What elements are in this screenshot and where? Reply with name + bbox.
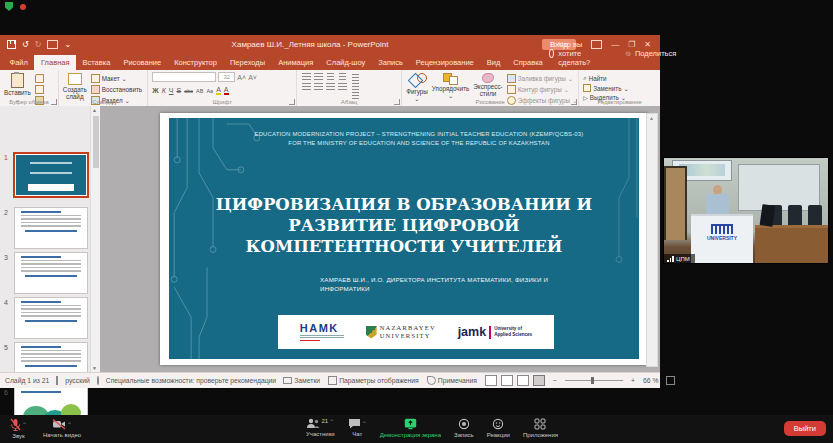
redo-icon[interactable]: ↻ xyxy=(35,40,42,49)
replace-button[interactable]: Заменить⌄ xyxy=(583,84,629,92)
align-right-icon[interactable] xyxy=(326,83,335,90)
bold-button[interactable]: Ж xyxy=(152,87,158,94)
tell-me-box[interactable]: Что вы хотите сделать? xyxy=(558,40,594,67)
audio-button[interactable]: ⌃ Звук xyxy=(10,418,27,439)
decrease-font-icon[interactable]: А˅ xyxy=(248,74,257,81)
tab-insert[interactable]: Вставка xyxy=(76,55,117,70)
thumbnails-scrollbar[interactable]: ▲ ▼ xyxy=(90,106,100,372)
slideshow-view-icon[interactable] xyxy=(533,375,545,386)
highlight-button[interactable]: А xyxy=(216,86,221,95)
slide-thumbnail-1[interactable] xyxy=(13,152,89,198)
customize-quick-access-icon[interactable]: ⌄ xyxy=(64,40,71,49)
tab-record[interactable]: Запись xyxy=(372,55,410,70)
underline-button[interactable]: Ч xyxy=(169,87,174,94)
speaker-video-feed[interactable]: UNIVERSITY ЦПМ xyxy=(663,157,829,264)
language-indicator[interactable]: русский xyxy=(65,377,89,384)
fit-to-window-icon[interactable] xyxy=(666,376,675,385)
participants-icon xyxy=(306,418,320,429)
meeting-security-shield-icon[interactable] xyxy=(5,2,13,11)
slide-thumbnail-4[interactable] xyxy=(14,297,88,339)
apps-grid-icon xyxy=(534,418,546,430)
status-bar: Слайд 1 из 21 русский Специальные возмож… xyxy=(0,372,660,388)
apps-button[interactable]: Приложения xyxy=(523,418,558,438)
arrange-button[interactable]: Упорядочить⌄ xyxy=(432,72,469,99)
tab-design[interactable]: Конструктор xyxy=(168,55,224,70)
paragraph-dialog-launcher[interactable] xyxy=(394,99,400,105)
shape-fill-button[interactable]: Заливка фигуры⌄ xyxy=(507,74,578,83)
chat-button[interactable]: ⌃ Чат xyxy=(348,418,367,438)
zoom-slider-thumb[interactable] xyxy=(591,377,594,384)
share-screen-button[interactable]: Демонстрация экрана xyxy=(380,418,441,438)
save-icon[interactable] xyxy=(7,40,16,49)
italic-button[interactable]: К xyxy=(162,87,166,94)
notes-button[interactable]: Заметки xyxy=(283,377,320,384)
scroll-down-icon[interactable]: ▼ xyxy=(92,365,97,371)
spellcheck-icon[interactable] xyxy=(56,376,58,385)
layout-button[interactable]: Макет⌄ xyxy=(91,74,142,83)
tab-animations[interactable]: Анимация xyxy=(272,55,320,70)
font-dialog-launcher[interactable] xyxy=(289,99,295,105)
change-case-button[interactable]: Аа xyxy=(206,88,213,94)
font-color-button[interactable]: А xyxy=(224,86,229,95)
start-slideshow-icon[interactable] xyxy=(47,40,58,49)
reactions-button[interactable]: Реакции xyxy=(487,418,510,438)
strikethrough-button[interactable]: S xyxy=(177,87,182,94)
decrease-indent-icon[interactable] xyxy=(327,73,334,80)
zoom-in-button[interactable]: + xyxy=(631,377,635,384)
smartart-icon[interactable] xyxy=(352,92,359,99)
text-direction-icon[interactable] xyxy=(352,74,359,81)
share-button[interactable]: Поделиться xyxy=(635,49,676,58)
video-button[interactable]: ⌃ Начать видео xyxy=(43,418,81,439)
char-spacing-button[interactable]: АВ xyxy=(196,88,203,94)
normal-view-icon[interactable] xyxy=(485,375,497,386)
numbering-icon[interactable] xyxy=(314,73,323,80)
reset-button[interactable]: Восстановить xyxy=(91,85,142,94)
tab-slideshow[interactable]: Слайд-шоу xyxy=(320,55,372,70)
cut-icon[interactable] xyxy=(35,74,44,83)
tab-file[interactable]: Файл xyxy=(3,55,34,70)
align-text-icon[interactable] xyxy=(352,83,359,90)
increase-indent-icon[interactable] xyxy=(339,73,346,80)
record-button[interactable]: Запись xyxy=(454,418,474,438)
tab-help[interactable]: Справка xyxy=(507,55,549,70)
drawing-dialog-launcher[interactable] xyxy=(571,99,577,105)
align-left-icon[interactable] xyxy=(302,83,311,90)
current-slide[interactable]: EDUCATION MODERNIZATION PROJECT – STRENG… xyxy=(160,113,648,365)
font-name-input[interactable] xyxy=(152,72,216,82)
participants-button[interactable]: 21 ⌃ Участники xyxy=(306,418,335,438)
slide-sorter-view-icon[interactable] xyxy=(501,375,513,386)
new-slide-icon xyxy=(68,73,82,85)
comments-button[interactable]: Примечания xyxy=(427,376,477,385)
font-size-input[interactable]: 32 xyxy=(218,72,235,82)
tab-transitions[interactable]: Переходы xyxy=(223,55,271,70)
tab-view[interactable]: Вид xyxy=(480,55,507,70)
clear-strike-icon[interactable]: abc xyxy=(184,88,193,94)
clipboard-dialog-launcher[interactable] xyxy=(51,99,57,105)
reading-view-icon[interactable] xyxy=(517,375,529,386)
scroll-up-icon[interactable]: ▲ xyxy=(92,107,97,113)
quick-styles-button[interactable]: Экспресс-стили xyxy=(473,72,502,97)
display-settings-button[interactable]: Параметры отображения xyxy=(328,376,419,385)
align-center-icon[interactable] xyxy=(314,83,323,90)
undo-icon[interactable]: ↺ xyxy=(22,40,29,49)
copy-icon[interactable] xyxy=(35,85,44,94)
increase-font-icon[interactable]: А˄ xyxy=(237,74,246,81)
slide-scroll-up-icon[interactable]: ▲ xyxy=(649,115,654,121)
slide-scrollbar[interactable]: ▲ xyxy=(646,113,658,367)
zoom-out-button[interactable]: − xyxy=(553,377,557,384)
zoom-slider[interactable] xyxy=(565,380,623,381)
slide-thumbnail-3[interactable] xyxy=(14,252,88,294)
bullets-icon[interactable] xyxy=(302,73,311,80)
zoom-level[interactable]: 66 % xyxy=(643,377,659,384)
find-button[interactable]: ⌕Найти xyxy=(583,74,629,82)
tab-draw[interactable]: Рисование xyxy=(117,55,168,70)
tab-review[interactable]: Рецензирование xyxy=(409,55,480,70)
accessibility-check[interactable]: Специальные возможности: проверьте реком… xyxy=(106,377,276,384)
tab-home[interactable]: Главная xyxy=(34,55,76,70)
shape-outline-button[interactable]: Контур фигуры⌄ xyxy=(507,85,578,94)
new-slide-button[interactable]: Создать слайд xyxy=(63,72,87,100)
slide-thumbnail-2[interactable] xyxy=(14,207,88,249)
shapes-button[interactable]: Фигуры⌄ xyxy=(406,72,428,102)
leave-meeting-button[interactable]: Выйти xyxy=(784,421,826,436)
justify-icon[interactable] xyxy=(338,83,347,90)
